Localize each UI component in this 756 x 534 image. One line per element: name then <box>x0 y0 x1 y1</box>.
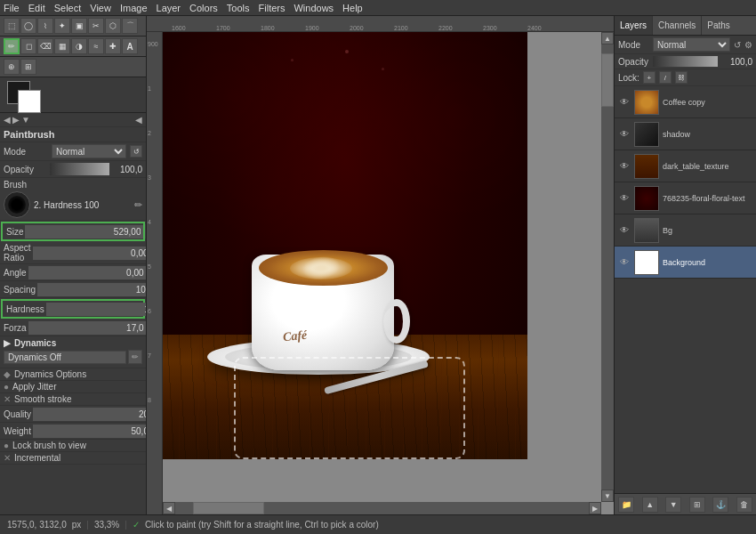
tool-options-collapse[interactable]: ◀ <box>135 115 142 125</box>
forza-input[interactable] <box>28 321 147 335</box>
apply-jitter-row[interactable]: ● Apply Jitter <box>0 381 146 393</box>
menu-select[interactable]: Select <box>54 3 82 13</box>
lock-icon-1[interactable]: + <box>643 71 655 84</box>
tool-select-color[interactable]: ▣ <box>71 18 87 34</box>
tab-channels[interactable]: Channels <box>653 16 702 35</box>
tool-smudge[interactable]: ≈ <box>88 38 104 54</box>
dynamics-header[interactable]: ▶ Dynamics <box>4 338 142 348</box>
layer-eye-background[interactable]: 👁 <box>618 256 631 269</box>
scrollbar-horizontal[interactable]: ◀ ▶ <box>163 502 601 514</box>
menu-tools[interactable]: Tools <box>227 3 250 13</box>
tab-layers[interactable]: Layers <box>615 16 653 35</box>
layer-eye-bg[interactable]: 👁 <box>618 224 631 237</box>
layers-mode-select[interactable]: Normal <box>653 37 730 52</box>
layers-tool-anchor[interactable]: ⚓ <box>712 497 728 513</box>
layers-tool-duplicate[interactable]: ⊞ <box>689 497 705 513</box>
forza-row: Forza ▲ ▼ ⛓ <box>0 320 146 336</box>
size-input[interactable] <box>25 225 143 239</box>
layer-item-shadow[interactable]: 👁 shadow <box>615 118 756 150</box>
smooth-stroke-row[interactable]: ✕ Smooth stroke <box>0 393 146 406</box>
layers-tool-down[interactable]: ▼ <box>665 497 681 513</box>
mode-select[interactable]: Normal <box>52 144 126 158</box>
menu-filters[interactable]: Filters <box>259 3 286 13</box>
menu-help[interactable]: Help <box>342 3 363 13</box>
tool-scissors[interactable]: ✂ <box>88 18 104 34</box>
tool-icons-row3: ⊕ ⊞ <box>0 57 146 77</box>
menu-windows[interactable]: Windows <box>294 3 334 13</box>
lock-brush-row[interactable]: ● Lock brush to view <box>0 440 146 452</box>
layers-reset-icon[interactable]: ↺ <box>734 40 741 50</box>
menu-edit[interactable]: Edit <box>28 3 45 13</box>
menu-layer[interactable]: Layer <box>157 3 181 13</box>
layer-eye-coffee-copy[interactable]: 👁 <box>618 96 631 109</box>
tool-fuzzy[interactable]: ✦ <box>54 18 70 34</box>
dynamics-options-row[interactable]: ◆ Dynamics Options <box>0 368 146 381</box>
tool-eraser[interactable]: ◻ <box>20 38 36 54</box>
menu-image[interactable]: Image <box>120 3 148 13</box>
brush-edit-icon[interactable]: ✏ <box>134 199 142 211</box>
angle-row: Angle ▲ ▼ ⛓ ↺ <box>0 264 146 281</box>
menu-file[interactable]: File <box>4 3 20 13</box>
scroll-left-btn[interactable]: ◀ <box>163 502 175 514</box>
tool-fill[interactable]: ⌫ <box>37 38 53 54</box>
dynamics-off-btn[interactable]: Dynamics Off <box>4 351 126 364</box>
quality-input[interactable] <box>33 408 147 421</box>
layer-item-dark-table[interactable]: 👁 dark_table_texture <box>615 150 756 182</box>
aspect-ratio-input[interactable] <box>33 247 147 260</box>
lock-icon-3[interactable]: ⛓ <box>675 71 688 84</box>
lock-icon-2[interactable]: / <box>659 71 672 84</box>
tool-dodge[interactable]: ◑ <box>71 38 87 54</box>
weight-input[interactable] <box>33 425 147 438</box>
tool-gradient[interactable]: ▦ <box>54 38 70 54</box>
menu-colors[interactable]: Colors <box>189 3 218 13</box>
layers-options-icon[interactable]: ⚙ <box>744 40 752 50</box>
tool-paintbrush[interactable]: ✏ <box>4 38 20 54</box>
dynamics-edit-icon[interactable]: ✏ <box>128 350 142 364</box>
layers-tool-delete[interactable]: 🗑 <box>736 497 752 513</box>
scroll-up-btn[interactable]: ▲ <box>601 32 614 44</box>
tool-options-arrow-right[interactable]: ▶ <box>12 115 20 125</box>
layer-name-floral: 768235-floral-floral-text <box>663 194 752 203</box>
tool-path[interactable]: ⌒ <box>122 18 138 34</box>
bg-color-swatch[interactable] <box>18 90 41 113</box>
angle-input[interactable] <box>28 266 147 279</box>
scroll-thumb-h[interactable] <box>193 502 264 514</box>
layer-eye-dark-table[interactable]: 👁 <box>618 160 631 173</box>
tool-measure[interactable]: ⊞ <box>20 59 36 75</box>
tool-rectangle[interactable]: ⬚ <box>4 18 20 34</box>
tool-text[interactable]: A <box>122 38 138 54</box>
layers-tabs: Layers Channels Paths <box>615 16 756 36</box>
layer-item-background[interactable]: 👁 Background <box>615 247 756 279</box>
scrollbar-vertical[interactable]: ▲ ▼ <box>601 32 614 502</box>
menu-view[interactable]: View <box>90 3 111 13</box>
tool-foreground[interactable]: ⬡ <box>105 18 121 34</box>
tab-paths[interactable]: Paths <box>702 16 736 35</box>
brush-section-label: Brush <box>4 180 142 190</box>
layer-item-coffee-copy[interactable]: 👁 Coffee copy <box>615 86 756 118</box>
tool-free-select[interactable]: ⌇ <box>37 18 53 34</box>
tool-options-arrow-down-small[interactable]: ▼ <box>21 115 30 125</box>
mode-icon1[interactable]: ↺ <box>130 145 142 158</box>
image-canvas[interactable]: Café ▲ ▼ ◀ ▶ <box>163 32 614 514</box>
tool-zoom[interactable]: ⊕ <box>4 59 20 75</box>
tool-options-arrow-left[interactable]: ◀ <box>4 115 11 125</box>
layer-item-bg[interactable]: 👁 Bg <box>615 214 756 247</box>
brush-thumbnail[interactable] <box>4 191 30 218</box>
scroll-down-btn[interactable]: ▼ <box>601 490 614 502</box>
hardness-input[interactable] <box>46 303 147 316</box>
brush-section: Brush 2. Hardness 100 ✏ <box>0 178 146 221</box>
incremental-row[interactable]: ✕ Incremental <box>0 452 146 465</box>
spacing-label: Spacing <box>4 285 36 295</box>
layers-tool-new-group[interactable]: 📁 <box>618 497 634 513</box>
layer-eye-shadow[interactable]: 👁 <box>618 128 631 141</box>
spacing-input[interactable] <box>37 283 147 296</box>
tool-ellipse[interactable]: ◯ <box>20 18 36 34</box>
layers-tool-up[interactable]: ▲ <box>642 497 658 513</box>
scroll-right-btn[interactable]: ▶ <box>589 502 601 514</box>
layer-item-floral[interactable]: 👁 768235-floral-floral-text <box>615 182 756 214</box>
hardness-label: Hardness <box>6 304 44 314</box>
size-row: Size ▲ ▼ ⛓ ↺ <box>1 222 145 241</box>
layer-eye-floral[interactable]: 👁 <box>618 192 631 205</box>
tool-heal[interactable]: ✚ <box>105 38 121 54</box>
scroll-thumb-v[interactable] <box>601 53 614 107</box>
